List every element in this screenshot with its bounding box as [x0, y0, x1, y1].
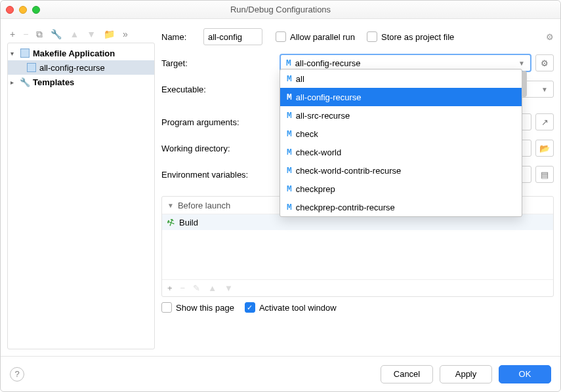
browse-dir-button[interactable]: 📂: [535, 140, 554, 157]
tree-label: all-config-recurse: [39, 63, 105, 73]
store-project-checkbox[interactable]: Store as project file: [367, 31, 454, 42]
window-title: Run/Debug Configurations: [1, 5, 560, 14]
dropdown-item-label: checkprep: [296, 184, 335, 194]
dropdown-item-label: all: [296, 74, 304, 84]
tree-node-makefile-app[interactable]: ▾ Makefile Application: [8, 46, 154, 60]
show-this-page-checkbox[interactable]: Show this page: [161, 302, 234, 313]
tree-node-templates[interactable]: ▸ 🔧 Templates: [8, 75, 154, 89]
checkbox-checked-icon: ✓: [245, 302, 255, 313]
checkbox-label: Show this page: [176, 303, 234, 313]
make-target-icon: M: [287, 74, 292, 84]
tree-toolbar: + − ⧉ 🔧 ▲ ▼ 📁 »: [7, 26, 155, 43]
add-icon[interactable]: +: [167, 283, 173, 293]
down-icon[interactable]: ▼: [224, 283, 233, 293]
config-tree: ▾ Makefile Application all-config-recurs…: [7, 43, 155, 349]
chevron-down-icon: ▼: [518, 60, 525, 67]
make-target-icon: M: [287, 147, 292, 157]
down-icon[interactable]: ▼: [87, 29, 96, 39]
ok-button[interactable]: OK: [499, 365, 551, 383]
target-settings-button[interactable]: ⚙: [535, 54, 554, 71]
dropdown-item-label: all-src-recurse: [296, 111, 350, 121]
checkbox-icon: [367, 31, 377, 42]
expand-args-button[interactable]: ↗: [535, 113, 554, 130]
copy-icon[interactable]: ⧉: [36, 29, 43, 40]
env-vars-label: Environment variables:: [161, 170, 280, 180]
dropdown-item-label: check-world-contrib-recurse: [296, 166, 401, 176]
makefile-icon: [26, 62, 37, 73]
make-target-icon: M: [287, 111, 292, 121]
chevron-right-icon[interactable]: ▸: [10, 79, 17, 86]
activate-tool-window-checkbox[interactable]: ✓ Activate tool window: [245, 302, 337, 313]
before-launch-title: Before launch: [178, 201, 230, 210]
chevron-down-icon[interactable]: ▼: [167, 202, 174, 209]
tree-node-config[interactable]: all-config-recurse: [8, 60, 154, 75]
chevron-down-icon[interactable]: ▾: [10, 50, 17, 57]
checkbox-label: Activate tool window: [259, 303, 337, 313]
dropdown-item[interactable]: Mall-src-recurse: [280, 106, 522, 125]
remove-icon[interactable]: −: [180, 283, 186, 293]
folder-icon[interactable]: 📁: [104, 29, 115, 39]
edit-icon[interactable]: ✎: [193, 283, 200, 293]
dropdown-item-label: all-config-recurse: [296, 92, 362, 102]
dropdown-item-label: check: [296, 129, 318, 139]
target-label: Target:: [161, 58, 280, 68]
makefile-icon: [20, 48, 30, 58]
checkbox-label: Store as project file: [381, 32, 454, 42]
tree-label: Templates: [33, 77, 74, 87]
allow-parallel-checkbox[interactable]: Allow parallel run: [276, 31, 355, 42]
env-vars-button[interactable]: ▤: [535, 166, 554, 183]
gear-icon[interactable]: ⚙: [542, 32, 554, 42]
make-target-icon: M: [287, 184, 292, 194]
make-target-icon: M: [287, 92, 292, 102]
dropdown-item[interactable]: Mcheckprep-contrib-recurse: [280, 198, 522, 216]
dialog-window: Run/Debug Configurations + − ⧉ 🔧 ▲ ▼ 📁 »…: [0, 0, 561, 392]
make-target-icon: M: [287, 203, 292, 212]
dropdown-item[interactable]: Mall-config-recurse: [280, 88, 522, 106]
up-icon[interactable]: ▲: [70, 29, 79, 39]
make-target-icon: M: [286, 58, 291, 68]
cancel-button[interactable]: Cancel: [381, 365, 433, 383]
tree-label: Makefile Application: [33, 49, 115, 58]
target-dropdown: MallMall-config-recurseMall-src-recurseM…: [280, 69, 522, 217]
hammer-icon: ⚒: [165, 216, 177, 229]
dropdown-item[interactable]: Mcheck-world-contrib-recurse: [280, 161, 522, 180]
dropdown-item[interactable]: Mcheck-world: [280, 143, 522, 161]
dropdown-item[interactable]: Mall: [280, 69, 522, 88]
target-value: all-config-recurse: [295, 58, 361, 68]
checkbox-icon: [161, 302, 172, 313]
wrench-icon[interactable]: 🔧: [51, 29, 62, 39]
name-label: Name:: [161, 32, 203, 42]
checkbox-label: Allow parallel run: [290, 32, 355, 42]
expand-icon[interactable]: »: [123, 29, 128, 39]
dropdown-item-label: checkprep-contrib-recurse: [296, 203, 395, 212]
dropdown-item[interactable]: Mcheckprep: [280, 180, 522, 198]
chevron-down-icon: ▼: [541, 86, 548, 93]
apply-button[interactable]: Apply: [440, 365, 492, 383]
make-target-icon: M: [287, 166, 292, 176]
scrollbar[interactable]: [522, 71, 527, 97]
titlebar: Run/Debug Configurations: [1, 1, 560, 19]
wrench-icon: 🔧: [20, 77, 30, 87]
name-input[interactable]: [203, 28, 262, 45]
up-icon[interactable]: ▲: [208, 283, 217, 293]
add-icon[interactable]: +: [10, 29, 15, 39]
checkbox-icon: [276, 31, 286, 42]
help-button[interactable]: ?: [10, 367, 24, 382]
working-dir-label: Working directory:: [161, 144, 280, 153]
dropdown-item[interactable]: Mcheck: [280, 125, 522, 143]
remove-icon[interactable]: −: [23, 29, 28, 39]
before-launch-item-label: Build: [179, 218, 198, 227]
program-args-label: Program arguments:: [161, 117, 280, 127]
make-target-icon: M: [287, 129, 292, 139]
dropdown-item-label: check-world: [296, 147, 341, 157]
executable-label: Executable:: [161, 85, 280, 94]
